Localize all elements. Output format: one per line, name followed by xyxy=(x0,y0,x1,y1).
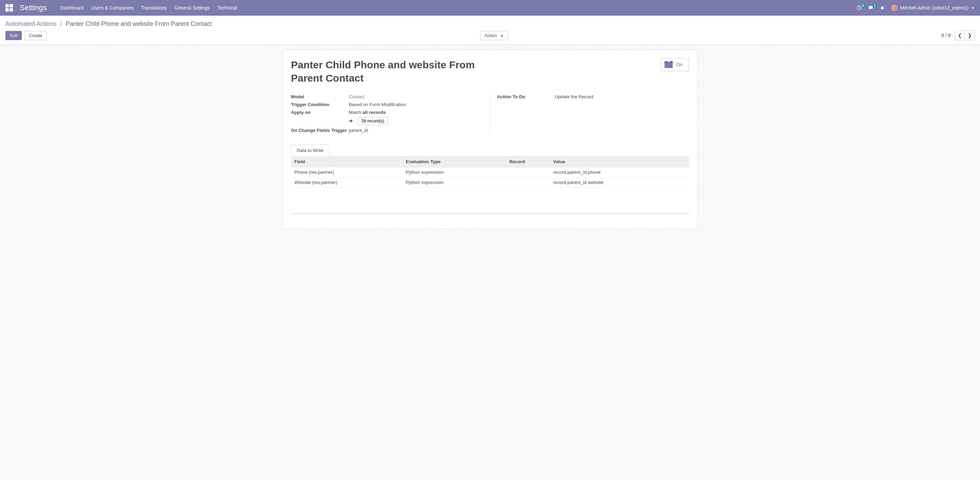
chevron-down-icon: ▼ xyxy=(500,34,504,38)
edit-button[interactable]: Edit xyxy=(5,31,22,40)
value-trigger: Based on Form Modification xyxy=(349,102,483,107)
nav-item-users-companies[interactable]: Users & Companies xyxy=(91,5,134,11)
label-trigger: Trigger Condition xyxy=(291,102,349,107)
activities-badge: 5 xyxy=(861,3,865,8)
value-apply-on: Match all records xyxy=(349,110,386,115)
user-name: Mitchell Admin (odoo12_edemo) xyxy=(900,5,969,11)
value-action-to-do: Update the Record xyxy=(555,94,689,99)
svg-line-2 xyxy=(881,8,882,8)
label-model: Model xyxy=(291,94,349,99)
nav-item-general-settings[interactable]: General Settings xyxy=(174,5,210,11)
nav-item-dashboard[interactable]: Dashboard xyxy=(60,5,84,11)
cell-field: Phone (res.partner) xyxy=(291,167,402,177)
apps-launcher-icon[interactable] xyxy=(5,4,13,11)
chevron-down-icon: ▼ xyxy=(971,6,975,10)
messages-icon[interactable]: 1 xyxy=(868,5,873,11)
arrow-right-icon: ➔ xyxy=(349,118,353,124)
domain-records-button[interactable]: 38 record(s) xyxy=(358,117,388,125)
form-sheet: Panter Child Phone and website From Pare… xyxy=(282,50,698,229)
label-apply-on: Apply on xyxy=(291,110,349,115)
app-brand: Settings xyxy=(20,3,47,12)
debug-icon[interactable] xyxy=(880,5,885,11)
form-canvas: Panter Child Phone and website From Pare… xyxy=(0,45,980,480)
breadcrumb-current: Panter Child Phone and website From Pare… xyxy=(66,21,212,27)
tab-bar: Data to Write xyxy=(291,144,689,156)
pager-buttons: ❮ ❯ xyxy=(955,30,975,40)
action-dropdown[interactable]: Action ▼ xyxy=(480,31,508,40)
svg-line-5 xyxy=(883,8,885,9)
col-header-eval[interactable]: Evaluation Type xyxy=(402,156,506,167)
cell-value: record.parent_id.phone xyxy=(550,167,689,177)
nav-item-technical[interactable]: Technical xyxy=(218,5,237,11)
archive-icon xyxy=(665,61,673,68)
nav-menu: Dashboard Users & Companies Translations… xyxy=(60,5,237,11)
svg-line-4 xyxy=(881,8,882,9)
cell-field: Website (res.partner) xyxy=(291,177,402,188)
avatar xyxy=(891,5,898,11)
cell-value: record.parent_id.website xyxy=(550,177,689,188)
activities-icon[interactable]: 5 xyxy=(856,5,862,11)
pager-text[interactable]: 8 / 8 xyxy=(942,33,951,38)
svg-line-3 xyxy=(883,8,885,8)
status-toggle-button[interactable]: On xyxy=(661,58,689,71)
col-header-field[interactable]: Field xyxy=(291,156,402,167)
model-link[interactable]: Contact xyxy=(349,94,365,99)
control-panel: Automated Actions / Panter Child Phone a… xyxy=(0,16,980,45)
user-menu[interactable]: Mitchell Admin (odoo12_edemo) ▼ xyxy=(891,5,975,11)
action-dropdown-label: Action xyxy=(485,33,497,38)
tab-data-to-write[interactable]: Data to Write xyxy=(291,144,329,156)
value-onchange: parent_id xyxy=(349,128,483,133)
data-to-write-table: Field Evaluation Type Record Value Phone… xyxy=(291,156,689,199)
record-title: Panter Child Phone and website From Pare… xyxy=(291,58,482,85)
top-navbar: Settings Dashboard Users & Companies Tra… xyxy=(0,0,980,16)
col-header-record[interactable]: Record xyxy=(506,156,550,167)
nav-item-translations[interactable]: Translations xyxy=(141,5,167,11)
breadcrumb: Automated Actions / Panter Child Phone a… xyxy=(5,18,975,30)
table-row[interactable]: Phone (res.partner) Python expression re… xyxy=(291,167,689,177)
status-label: On xyxy=(676,62,682,67)
label-action-to-do: Action To Do xyxy=(497,94,555,99)
cp-left-buttons: Edit Create xyxy=(5,31,47,40)
table-empty-row[interactable] xyxy=(291,188,689,199)
cell-record xyxy=(506,177,550,188)
label-onchange: On Change Fields Trigger xyxy=(291,128,349,133)
create-button[interactable]: Create xyxy=(24,31,47,40)
pager-next-button[interactable]: ❯ xyxy=(965,31,974,40)
pager-prev-button[interactable]: ❮ xyxy=(955,31,965,40)
cell-record xyxy=(506,167,550,177)
breadcrumb-parent-link[interactable]: Automated Actions xyxy=(5,21,56,27)
messages-badge: 1 xyxy=(872,3,877,8)
col-header-value[interactable]: Value xyxy=(550,156,689,167)
table-row[interactable]: Website (res.partner) Python expression … xyxy=(291,177,689,188)
cell-eval: Python expression xyxy=(402,177,506,188)
svg-point-1 xyxy=(881,7,884,10)
table-footer-divider xyxy=(291,213,689,215)
cell-eval: Python expression xyxy=(402,167,506,177)
svg-line-7 xyxy=(883,6,883,7)
breadcrumb-separator: / xyxy=(58,21,64,27)
